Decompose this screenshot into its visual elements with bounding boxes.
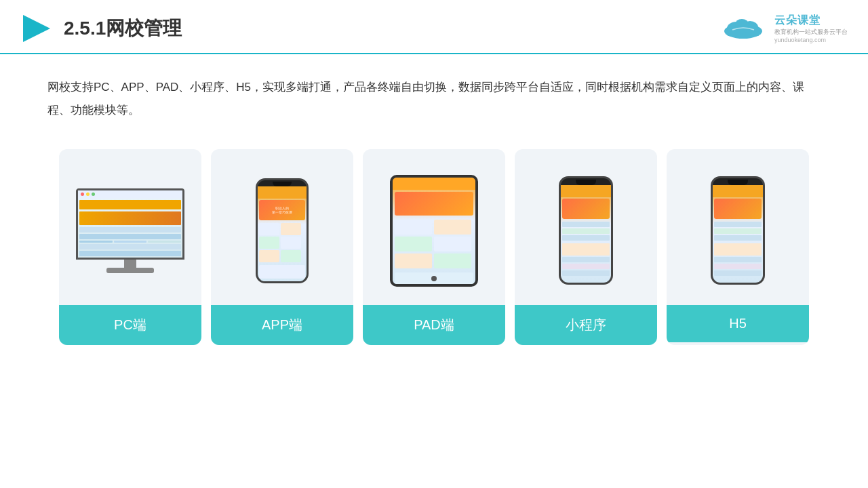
logo-url: yunduoketang.com [774, 37, 826, 43]
logo-cloud-icon [716, 16, 770, 41]
card-miniprogram-label: 小程序 [515, 305, 657, 345]
card-app: 职达人的第一堂巧技课 APP端 [211, 149, 353, 345]
header-left: 2.5.1网校管理 [20, 12, 182, 45]
monitor-screen [76, 188, 184, 260]
logo-area: 云朵课堂 教育机构一站式服务云平台 yunduoketang.com [716, 14, 848, 43]
logo-tagline: 教育机构一站式服务云平台 [774, 28, 848, 37]
pad-image-area [363, 149, 505, 305]
app-phone-mock: 职达人的第一堂巧技课 [256, 178, 309, 283]
card-pad: PAD端 [363, 149, 505, 345]
pc-image-area [59, 149, 201, 305]
miniprogram-phone-mock [559, 176, 613, 285]
header: 2.5.1网校管理 云朵课堂 教育机构一站式服务云平台 yunduoketang… [0, 0, 868, 54]
cards-container: PC端 职达人的第一堂巧技课 [0, 129, 868, 365]
app-image-area: 职达人的第一堂巧技课 [211, 149, 353, 305]
card-miniprogram: 小程序 [515, 149, 657, 345]
description-text: 网校支持PC、APP、PAD、小程序、H5，实现多端打通，产品各终端自由切换，数… [0, 54, 868, 122]
card-app-label: APP端 [211, 305, 353, 345]
h5-phone-mock [711, 176, 765, 285]
card-h5: H5 [667, 149, 809, 345]
play-icon [20, 12, 53, 45]
h5-image-area [667, 149, 809, 305]
miniprogram-image-area [515, 149, 657, 305]
card-pc-label: PC端 [59, 305, 201, 345]
svg-marker-0 [23, 15, 50, 42]
logo-name: 云朵课堂 [774, 14, 821, 28]
card-pad-label: PAD端 [363, 305, 505, 345]
pad-tablet-mock [390, 175, 478, 287]
pc-monitor [71, 188, 190, 273]
page-title: 2.5.1网校管理 [64, 16, 182, 41]
card-pc: PC端 [59, 149, 201, 345]
card-h5-label: H5 [667, 305, 809, 342]
